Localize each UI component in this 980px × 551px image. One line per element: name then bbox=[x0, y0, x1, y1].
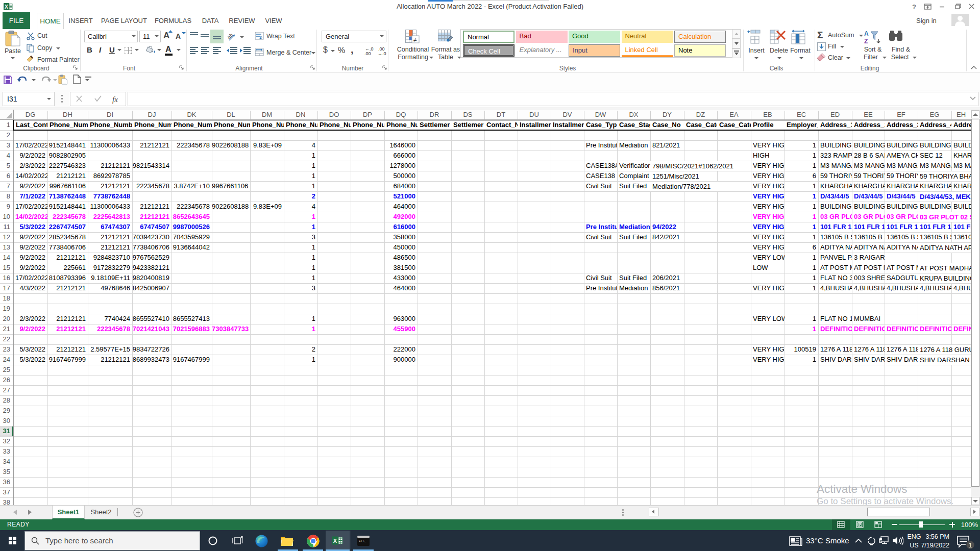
svg-text:.00: .00 bbox=[364, 51, 371, 55]
svg-text:?: ? bbox=[912, 3, 916, 11]
svg-text:Z: Z bbox=[864, 38, 868, 45]
svg-text:fx: fx bbox=[112, 95, 118, 104]
svg-text:≠: ≠ bbox=[413, 36, 417, 43]
svg-text:1: 1 bbox=[969, 542, 972, 549]
svg-text:A: A bbox=[864, 30, 869, 37]
svg-text:X: X bbox=[333, 538, 337, 544]
svg-text:C:\_: C:\_ bbox=[359, 539, 366, 543]
